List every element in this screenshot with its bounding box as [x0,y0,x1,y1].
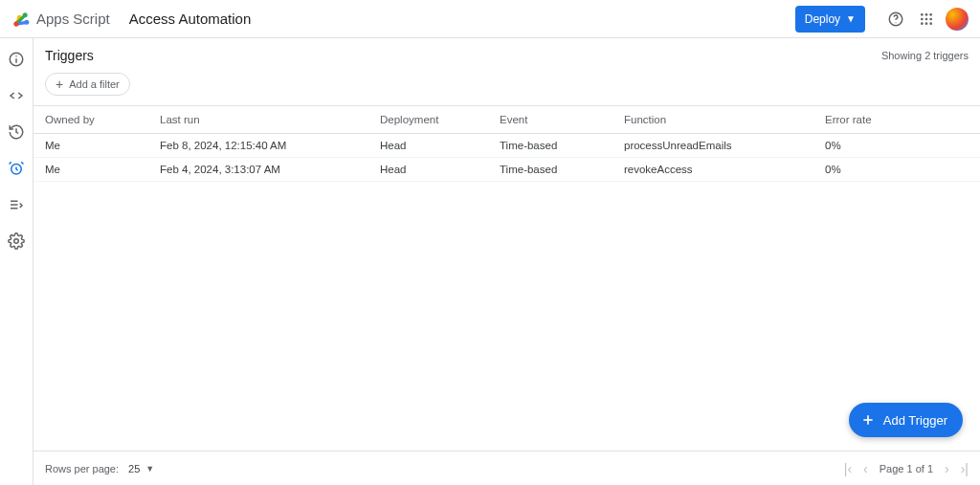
cell-last-run: Feb 8, 2024, 12:15:40 AM [148,134,368,158]
apps-grid-icon [919,11,934,27]
plus-icon: + [56,77,63,91]
svg-point-12 [929,17,932,20]
table-row[interactable]: MeFeb 4, 2024, 3:13:07 AMHeadTime-basedr… [33,158,980,182]
cell-deployment: Head [368,134,488,158]
sidebar-item-overview[interactable] [5,48,28,71]
header-error-rate[interactable]: Error rate [813,106,980,134]
cell-last-run: Feb 4, 2024, 3:13:07 AM [148,158,368,182]
table-footer: Rows per page: 25 ▼ |‹ ‹ Page 1 of 1 › ›… [33,451,980,485]
svg-line-21 [21,162,23,164]
svg-point-11 [925,17,928,20]
sidebar-item-editor[interactable] [5,84,28,107]
rows-per-page-label: Rows per page: [45,463,119,474]
prev-page-button[interactable]: ‹ [863,461,868,476]
cell-function: processUnreadEmails [612,134,813,158]
header-last-run[interactable]: Last run [148,106,368,134]
cell-event: Time-based [488,158,612,182]
add-trigger-button[interactable]: Add Trigger [849,403,963,437]
header-deployment[interactable]: Deployment [368,106,488,134]
executions-icon [8,196,25,213]
triggers-table: Owned by Last run Deployment Event Funct… [33,105,980,182]
svg-point-18 [15,55,17,57]
add-filter-button[interactable]: + Add a filter [45,73,130,96]
svg-point-13 [921,22,924,25]
cell-error-rate: 0% [813,158,980,182]
page-title: Triggers [45,48,94,63]
cell-function: revokeAccess [612,158,813,182]
cell-event: Time-based [488,134,612,158]
apps-button[interactable] [911,4,942,34]
info-icon [8,51,25,68]
header-owned-by[interactable]: Owned by [33,106,148,134]
header-function[interactable]: Function [612,106,813,134]
cell-owned-by: Me [33,158,148,182]
rows-per-page-value: 25 [128,463,140,474]
rows-per-page-select[interactable]: 25 ▼ [128,463,154,474]
main-content: Triggers Showing 2 triggers + Add a filt… [33,38,980,485]
sidebar-item-triggers[interactable] [5,157,28,180]
sidebar-item-settings[interactable] [5,230,28,253]
chevron-down-icon: ▼ [145,464,154,474]
header-event[interactable]: Event [488,106,612,134]
alarm-icon [8,160,25,177]
sidebar-item-history[interactable] [5,121,28,143]
cell-error-rate: 0% [813,134,980,158]
cell-deployment: Head [368,158,488,182]
table-row[interactable]: MeFeb 8, 2024, 12:15:40 AMHeadTime-based… [33,134,980,158]
product-name: Apps Script [36,11,110,27]
gear-icon [8,232,25,250]
last-page-button[interactable]: ›| [961,461,969,476]
page-indicator: Page 1 of 1 [880,463,933,474]
pager: |‹ ‹ Page 1 of 1 › ›| [844,461,969,476]
sidebar-item-executions[interactable] [5,193,28,216]
history-icon [8,123,25,141]
svg-line-20 [10,162,11,164]
chevron-down-icon: ▼ [846,13,856,24]
topbar: Apps Script Access Automation Deploy ▼ [0,0,980,38]
apps-script-logo[interactable]: Apps Script [11,10,110,29]
deploy-button-label: Deploy [805,12,840,26]
apps-script-icon [11,10,31,29]
showing-count: Showing 2 triggers [881,50,969,61]
sidebar [0,38,33,485]
help-icon [887,11,904,28]
svg-point-6 [895,22,896,23]
svg-point-7 [921,13,924,16]
next-page-button[interactable]: › [945,461,949,476]
cell-owned-by: Me [33,134,148,158]
svg-point-15 [929,22,932,25]
add-filter-label: Add a filter [69,78,120,90]
svg-point-10 [921,17,924,20]
help-button[interactable] [880,4,911,34]
project-name[interactable]: Access Automation [129,11,252,27]
svg-point-4 [14,21,19,26]
svg-point-8 [925,13,928,16]
svg-point-25 [14,239,19,244]
svg-point-14 [925,22,928,25]
account-avatar[interactable] [946,8,969,31]
plus-icon [860,412,876,428]
first-page-button[interactable]: |‹ [844,461,852,476]
deploy-button[interactable]: Deploy ▼ [795,6,865,33]
add-trigger-label: Add Trigger [883,413,947,428]
svg-point-9 [929,13,932,16]
code-icon [8,87,25,104]
